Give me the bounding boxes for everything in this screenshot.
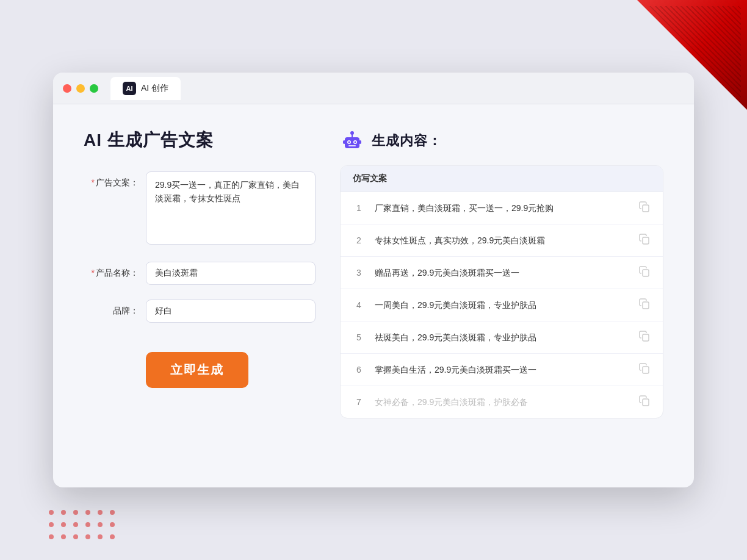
ad-copy-group: *广告文案： 29.9买一送一，真正的厂家直销，美白淡斑霜，专抹女性斑点 (84, 171, 316, 247)
ai-tab[interactable]: AI AI 创作 (110, 77, 181, 100)
table-row: 3赠品再送，29.9元美白淡斑霜买一送一 (341, 257, 663, 289)
product-name-label: *产品名称： (84, 262, 139, 279)
right-header: 生成内容： (340, 129, 663, 153)
row-number: 2 (353, 235, 365, 245)
ad-copy-textarea[interactable]: 29.9买一送一，真正的厂家直销，美白淡斑霜，专抹女性斑点 (146, 171, 316, 245)
table-row: 7女神必备，29.9元美白淡斑霜，护肤必备 (341, 386, 663, 418)
table-row: 6掌握美白生活，29.9元美白淡斑霜买一送一 (341, 354, 663, 386)
svg-rect-13 (643, 302, 649, 309)
svg-rect-12 (643, 270, 649, 276)
left-panel: AI 生成广告文案 *广告文案： 29.9买一送一，真正的厂家直销，美白淡斑霜，… (84, 129, 316, 418)
svg-point-6 (350, 131, 354, 135)
dots-decoration (49, 510, 117, 542)
brand-input-wrapper (146, 300, 316, 323)
copy-icon[interactable] (638, 330, 651, 345)
copy-icon[interactable] (638, 201, 651, 215)
table-row: 2专抹女性斑点，真实功效，29.9元美白淡斑霜 (341, 224, 663, 257)
svg-rect-10 (643, 205, 649, 212)
row-number: 7 (353, 397, 365, 407)
copy-icon[interactable] (638, 395, 651, 409)
row-text: 女神必备，29.9元美白淡斑霜，护肤必备 (375, 396, 629, 409)
traffic-lights (63, 84, 98, 93)
svg-rect-14 (643, 334, 649, 341)
copy-icon[interactable] (638, 233, 651, 248)
copy-icon[interactable] (638, 298, 651, 312)
generate-button[interactable]: 立即生成 (146, 352, 248, 388)
minimize-button[interactable] (76, 84, 85, 93)
results-rows: 1厂家直销，美白淡斑霜，买一送一，29.9元抢购 2专抹女性斑点，真实功效，29… (341, 192, 663, 418)
required-star-2: * (92, 268, 95, 278)
product-name-input[interactable] (146, 262, 316, 285)
right-panel-title: 生成内容： (372, 132, 442, 150)
svg-point-4 (355, 142, 356, 143)
row-text: 一周美白，29.9元美白淡斑霜，专业护肤品 (375, 299, 629, 312)
svg-rect-0 (345, 137, 359, 148)
row-text: 赠品再送，29.9元美白淡斑霜买一送一 (375, 267, 629, 279)
row-number: 4 (353, 300, 365, 310)
row-text: 祛斑美白，29.9元美白淡斑霜，专业护肤品 (375, 331, 629, 344)
table-row: 5祛斑美白，29.9元美白淡斑霜，专业护肤品 (341, 321, 663, 354)
copy-icon[interactable] (638, 265, 651, 280)
title-bar: AI AI 创作 (53, 73, 694, 104)
ad-copy-input-wrapper: 29.9买一送一，真正的厂家直销，美白淡斑霜，专抹女性斑点 (146, 171, 316, 247)
main-content: AI 生成广告文案 *广告文案： 29.9买一送一，真正的厂家直销，美白淡斑霜，… (53, 104, 694, 443)
row-number: 1 (353, 203, 365, 213)
table-header: 仿写文案 (341, 166, 663, 192)
table-row: 1厂家直销，美白淡斑霜，买一送一，29.9元抢购 (341, 192, 663, 224)
brand-group: 品牌： (84, 300, 316, 323)
right-panel: 生成内容： 仿写文案 1厂家直销，美白淡斑霜，买一送一，29.9元抢购 2专抹女… (340, 129, 663, 418)
brand-label: 品牌： (84, 300, 139, 317)
row-text: 掌握美白生活，29.9元美白淡斑霜买一送一 (375, 364, 629, 376)
svg-rect-9 (359, 140, 361, 144)
svg-rect-7 (348, 145, 356, 146)
page-title: AI 生成广告文案 (84, 129, 316, 152)
row-number: 6 (353, 365, 365, 375)
row-text: 厂家直销，美白淡斑霜，买一送一，29.9元抢购 (375, 202, 629, 215)
ai-tab-icon: AI (123, 82, 136, 95)
product-name-group: *产品名称： (84, 262, 316, 285)
svg-rect-15 (643, 367, 649, 373)
robot-icon (340, 129, 364, 153)
copy-icon[interactable] (638, 362, 651, 377)
brand-input[interactable] (146, 300, 316, 323)
required-star: * (92, 178, 95, 187)
results-table: 仿写文案 1厂家直销，美白淡斑霜，买一送一，29.9元抢购 2专抹女性斑点，真实… (340, 165, 663, 418)
svg-rect-11 (643, 237, 649, 244)
close-button[interactable] (63, 84, 71, 93)
ai-tab-label: AI 创作 (141, 83, 168, 94)
table-row: 4一周美白，29.9元美白淡斑霜，专业护肤品 (341, 289, 663, 321)
browser-window: AI AI 创作 AI 生成广告文案 *广告文案： 29.9买一送一，真正的厂家… (53, 73, 694, 487)
row-number: 5 (353, 332, 365, 342)
row-number: 3 (353, 268, 365, 278)
svg-rect-8 (343, 140, 345, 144)
maximize-button[interactable] (90, 84, 98, 93)
svg-rect-16 (643, 399, 649, 406)
ad-copy-label: *广告文案： (84, 171, 139, 188)
row-text: 专抹女性斑点，真实功效，29.9元美白淡斑霜 (375, 234, 629, 247)
product-name-input-wrapper (146, 262, 316, 285)
svg-point-3 (348, 142, 350, 143)
